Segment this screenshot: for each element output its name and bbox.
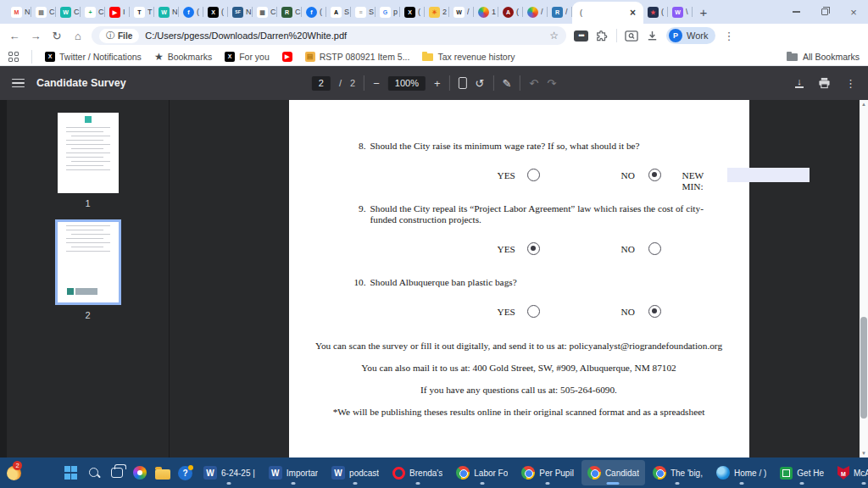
- chrome-per-pupil[interactable]: Per Pupil: [515, 460, 580, 485]
- bookmark-tax-revenue-history[interactable]: Tax revenue history: [422, 51, 515, 63]
- restore-button[interactable]: [810, 0, 839, 24]
- tab-facebook-2[interactable]: f(: [302, 0, 326, 24]
- bookmark-bookmarks[interactable]: ★Bookmarks: [154, 51, 212, 63]
- tab-capitol[interactable]: ▦C: [253, 0, 277, 24]
- chrome-labor[interactable]: Labor Fo: [450, 460, 514, 485]
- tab-rge[interactable]: RC: [277, 0, 302, 24]
- search-panel-icon[interactable]: [625, 30, 638, 42]
- tab-nyt[interactable]: TT: [130, 0, 154, 24]
- forward-icon[interactable]: →: [28, 30, 43, 42]
- word-doc-podcast[interactable]: Wpodcast: [326, 460, 385, 485]
- radio-unselected[interactable]: [527, 305, 540, 318]
- rotate-icon[interactable]: ↺: [476, 78, 485, 89]
- url-text[interactable]: C:/Users/pgess/Downloads/Darren%20White.…: [145, 30, 543, 41]
- mcafee[interactable]: MMcAfee S: [832, 460, 868, 485]
- tab-rgf[interactable]: R/: [548, 0, 572, 24]
- bookmark-youtube[interactable]: ▶: [282, 51, 292, 63]
- tab-sheets[interactable]: +C: [81, 0, 105, 24]
- chrome-candidate[interactable]: Candidat: [581, 460, 645, 485]
- opera-brendas[interactable]: Brenda's: [387, 460, 448, 485]
- widgets-button[interactable]: 2: [7, 460, 21, 485]
- new-min-field[interactable]: [727, 168, 810, 182]
- chrome-the-big[interactable]: The 'big,: [647, 460, 709, 485]
- zoom-in-button[interactable]: +: [434, 78, 441, 89]
- bookmark-rstp[interactable]: ▤RSTP 080921 Item 5...: [305, 51, 410, 63]
- tab-facebook[interactable]: f(: [179, 0, 203, 24]
- reload-icon[interactable]: ↻: [49, 30, 64, 42]
- tab-youtube[interactable]: ▶I: [105, 0, 130, 24]
- tab-sfnm[interactable]: SFN: [228, 0, 253, 24]
- tab-wave[interactable]: WC: [56, 0, 81, 24]
- tab-gmail[interactable]: MN: [7, 0, 31, 24]
- page-number-input[interactable]: 2: [312, 76, 331, 91]
- tab-athletic[interactable]: AS: [326, 0, 351, 24]
- radio-unselected[interactable]: [648, 242, 661, 255]
- pdf-more-icon[interactable]: ⋮: [845, 78, 856, 89]
- apps-grid-icon[interactable]: [8, 52, 19, 62]
- tab-candidate-survey-pdf[interactable]: (×: [572, 2, 643, 24]
- radio-selected[interactable]: [648, 169, 661, 181]
- scrollbar[interactable]: ▲ ▼: [860, 100, 868, 458]
- bookmark-twitter-notifications[interactable]: XTwitter / Notifications: [45, 51, 142, 63]
- tab-wave-2[interactable]: WN: [154, 0, 179, 24]
- back-icon[interactable]: ←: [7, 30, 22, 42]
- close-button[interactable]: ×: [839, 0, 868, 24]
- annotate-pen-icon[interactable]: ✎: [502, 78, 511, 89]
- scroll-down-icon[interactable]: ▼: [860, 451, 868, 456]
- zoom-out-button[interactable]: −: [373, 78, 380, 89]
- tab-journal[interactable]: A(: [498, 0, 523, 24]
- get-help-app[interactable]: Get He: [774, 460, 830, 485]
- word-doc-6-24-25[interactable]: W6-24-25 |: [198, 460, 261, 485]
- address-bar[interactable]: ⓘFile C:/Users/pgess/Downloads/Darren%20…: [92, 26, 566, 45]
- tab-redstar[interactable]: ★(: [643, 0, 668, 24]
- radio-unselected[interactable]: [527, 169, 540, 181]
- undo-icon[interactable]: ↶: [529, 78, 538, 89]
- wikipedia-w-icon: W: [453, 7, 465, 18]
- tab-x[interactable]: X(: [203, 0, 228, 24]
- close-tab-icon[interactable]: ×: [630, 7, 636, 19]
- page-thumbnail[interactable]: [58, 113, 119, 193]
- search-icon: [87, 466, 101, 480]
- zoom-level[interactable]: 100%: [388, 76, 426, 91]
- tab-peacock-2[interactable]: /: [523, 0, 548, 24]
- redo-icon[interactable]: ↷: [547, 78, 556, 89]
- downloads-icon[interactable]: [646, 30, 659, 42]
- extensions-puzzle-icon[interactable]: [596, 30, 609, 42]
- file-explorer[interactable]: [152, 460, 173, 485]
- tab-news-print[interactable]: ▤C: [31, 0, 56, 24]
- new-tab-button[interactable]: +: [693, 0, 715, 24]
- scroll-up-icon[interactable]: ▲: [860, 102, 868, 107]
- tab-google[interactable]: Gp: [376, 0, 400, 24]
- bookmark-star-icon[interactable]: ☆: [549, 30, 559, 42]
- page-thumbnail[interactable]: [58, 222, 119, 302]
- browser-menu-icon[interactable]: ⋮: [723, 30, 734, 42]
- photos-app[interactable]: [129, 460, 150, 485]
- radio-selected[interactable]: [648, 305, 661, 318]
- tab-x-2[interactable]: X(: [400, 0, 425, 24]
- tab-sun[interactable]: ☀2: [425, 0, 449, 24]
- tab-wikipedia[interactable]: W/: [449, 0, 474, 24]
- profile-chip[interactable]: PWork: [666, 27, 715, 44]
- menu-icon[interactable]: [12, 79, 25, 88]
- password-manager-icon[interactable]: •••: [574, 30, 588, 42]
- download-icon[interactable]: ↓: [795, 78, 804, 88]
- tab-doc-lines[interactable]: ≡S: [351, 0, 376, 24]
- home-icon[interactable]: ⌂: [70, 30, 86, 42]
- survey-question: 10.Should Albuquerque ban plastic bags?Y…: [289, 277, 749, 320]
- search-button[interactable]: [83, 460, 104, 485]
- bookmark-for-you[interactable]: XFor you: [225, 51, 270, 63]
- tab-title: S: [344, 8, 351, 16]
- minimize-button[interactable]: [782, 0, 810, 24]
- scrollbar-thumb[interactable]: [860, 317, 867, 419]
- task-view-button[interactable]: [106, 460, 127, 485]
- tab-peacock[interactable]: 1: [474, 0, 498, 24]
- word-doc-importar[interactable]: WImportar: [263, 460, 324, 485]
- print-icon[interactable]: [818, 77, 831, 89]
- tab-wordpress[interactable]: W\: [668, 0, 693, 24]
- help-app[interactable]: ?: [175, 460, 196, 485]
- all-bookmarks-button[interactable]: All Bookmarks: [787, 52, 860, 62]
- radio-selected[interactable]: [527, 242, 540, 255]
- start-button[interactable]: [60, 460, 81, 485]
- chrome-home[interactable]: Home / ): [710, 460, 772, 485]
- fit-to-page-icon[interactable]: [459, 77, 467, 89]
